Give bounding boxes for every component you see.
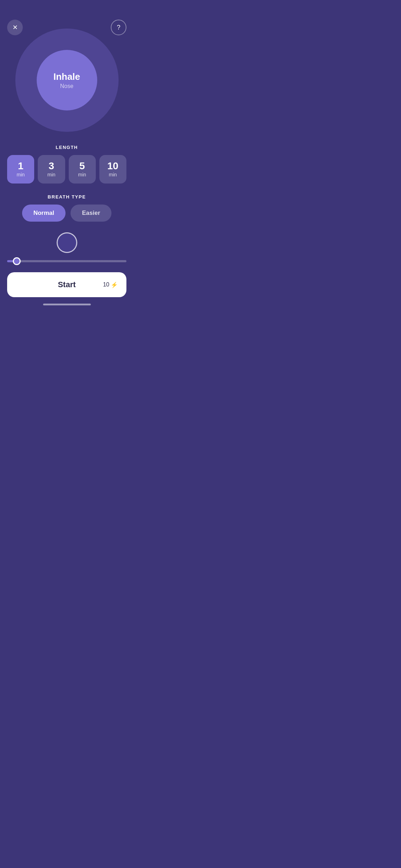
length-btn-10[interactable]: 10 min (99, 155, 126, 184)
breath-btn-easier-label: Easier (82, 210, 100, 216)
breathing-slider[interactable] (7, 260, 126, 262)
length-btn-1-unit: min (17, 172, 25, 177)
close-icon: ✕ (12, 24, 18, 31)
start-btn-container: Start 10 ⚡ (0, 272, 134, 297)
length-btn-10-unit: min (109, 172, 117, 177)
bolt-icon: ⚡ (111, 281, 118, 288)
start-badge-count: 10 (103, 281, 109, 288)
length-btn-1-value: 1 (18, 161, 24, 171)
length-btn-1[interactable]: 1 min (7, 155, 34, 184)
breath-btn-normal[interactable]: Normal (22, 205, 66, 222)
start-button[interactable]: Start 10 ⚡ (7, 272, 126, 297)
start-badge: 10 ⚡ (103, 281, 118, 288)
length-btn-3[interactable]: 3 min (38, 155, 65, 184)
help-button[interactable]: ? (111, 20, 126, 35)
home-indicator (43, 304, 91, 305)
length-btn-3-value: 3 (49, 161, 54, 171)
breath-type-buttons: Normal Easier (7, 205, 126, 222)
nose-label: Nose (60, 83, 73, 89)
length-btn-5-value: 5 (79, 161, 85, 171)
start-label: Start (58, 280, 75, 289)
length-btn-5-unit: min (78, 172, 86, 177)
close-button[interactable]: ✕ (7, 20, 23, 35)
inner-circle[interactable]: Inhale Nose (37, 50, 97, 110)
breath-type-title: BREATH TYPE (7, 194, 126, 200)
length-btn-3-unit: min (47, 172, 56, 177)
breath-type-section: BREATH TYPE Normal Easier (0, 194, 134, 222)
inhale-label: Inhale (53, 71, 80, 82)
breath-btn-normal-label: Normal (33, 210, 54, 216)
outer-circle: Inhale Nose (15, 29, 119, 132)
length-btn-10-value: 10 (107, 161, 118, 171)
breathing-circle-area: Inhale Nose (0, 29, 134, 132)
length-buttons: 1 min 3 min 5 min 10 min (7, 155, 126, 184)
length-btn-5[interactable]: 5 min (69, 155, 96, 184)
help-icon: ? (117, 24, 120, 31)
circle-indicator (57, 232, 77, 253)
breath-btn-easier[interactable]: Easier (71, 205, 111, 222)
header: ✕ ? (0, 0, 134, 35)
length-section: LENGTH 1 min 3 min 5 min 10 min (0, 145, 134, 184)
length-title: LENGTH (7, 145, 126, 150)
slider-area (0, 232, 134, 262)
